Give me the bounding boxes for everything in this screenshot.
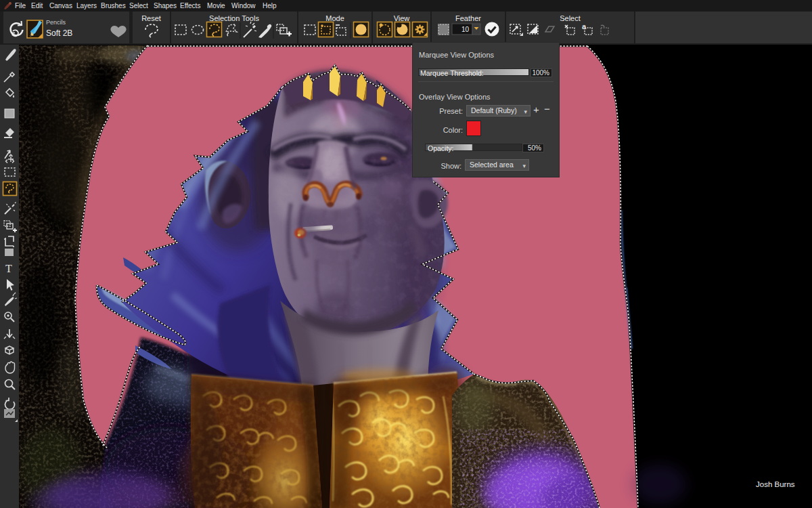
svg-text:T: T	[5, 263, 12, 274]
svg-text:Soft 2B: Soft 2B	[46, 28, 72, 38]
svg-text:Josh Burns: Josh Burns	[756, 480, 795, 488]
svg-text:10: 10	[461, 26, 470, 33]
svg-text:Pencils: Pencils	[46, 19, 66, 26]
